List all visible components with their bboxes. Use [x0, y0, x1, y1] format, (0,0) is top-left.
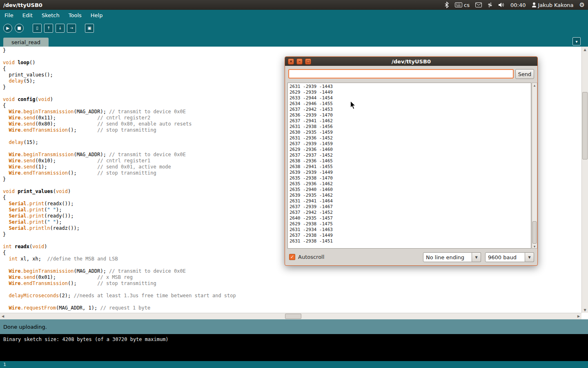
- code-line: {: [3, 66, 236, 72]
- menu-sketch[interactable]: Sketch: [37, 11, 64, 20]
- serial-line: 2635 -2936 -1462: [290, 181, 529, 187]
- user-icon: [532, 2, 537, 8]
- line-ending-dropdown-button[interactable]: ▼: [472, 252, 481, 262]
- code-line: Wire.beginTransmission(MAG_ADDR); // tra…: [3, 152, 236, 158]
- serial-output[interactable]: 2631 -2939 -14432629 -2939 -14492633 -29…: [287, 83, 531, 249]
- code-line: [3, 262, 236, 268]
- serial-line: 2640 -2935 -1457: [290, 215, 529, 221]
- code-line: void loop(): [3, 60, 236, 66]
- code-line: {: [3, 103, 236, 109]
- code-line: [3, 54, 236, 60]
- maximize-button[interactable]: □: [305, 58, 311, 65]
- code-line: Wire.endTransmission(); // stop transmit…: [3, 280, 236, 287]
- horizontal-scrollbar-thumb[interactable]: [285, 314, 301, 319]
- serial-line: 2635 -2938 -1470: [290, 175, 529, 181]
- baud-rate-select[interactable]: 9600 baud: [485, 252, 525, 262]
- mail-icon[interactable]: [475, 2, 482, 7]
- verify-button[interactable]: ▶: [3, 24, 12, 33]
- menu-help[interactable]: Help: [86, 11, 107, 20]
- code-line: [3, 133, 236, 139]
- code-line: Wire.beginTransmission(MAG_ADDR); // tra…: [3, 268, 236, 274]
- user-name: Jakub Kakona: [538, 2, 574, 8]
- serial-line: 2639 -2939 -1449: [290, 170, 529, 175]
- serial-line: 2637 -2938 -1449: [290, 233, 529, 238]
- serial-send-input[interactable]: [288, 69, 514, 79]
- editor-horizontal-scrollbar[interactable]: ◀ ▶: [0, 313, 581, 319]
- serial-window-title: /dev/ttyUSB0: [285, 58, 537, 65]
- line-ending-select[interactable]: No line ending: [423, 252, 472, 262]
- code-line: delay(5);: [3, 78, 236, 84]
- code-line: {: [3, 195, 236, 201]
- serial-monitor-icon: ▣: [87, 26, 91, 30]
- code-line: delay(15);: [3, 139, 236, 146]
- serial-line: 2630 -2935 -1459: [290, 130, 529, 135]
- autoscroll-label: Autoscroll: [298, 254, 324, 260]
- status-message: Done uploading.: [3, 324, 47, 330]
- volume-icon[interactable]: [498, 2, 505, 8]
- code-line: [3, 90, 236, 96]
- open-sketch-button[interactable]: ↑: [44, 24, 53, 33]
- close-button[interactable]: ×: [288, 58, 294, 65]
- menu-tools[interactable]: Tools: [64, 11, 86, 20]
- tab-menu-icon: ▾: [575, 39, 577, 44]
- build-console: Binary sketch size: 4208 bytes (of a 307…: [0, 334, 588, 361]
- keyboard-layout-indicator[interactable]: cs: [455, 2, 470, 8]
- serial-line: 2631 -2938 -1451: [290, 238, 529, 244]
- code-line: Wire.send(0x01); // x MSB reg: [3, 274, 236, 280]
- scroll-left-icon[interactable]: ◀: [0, 313, 6, 319]
- session-gear-icon[interactable]: ⚙: [579, 1, 585, 9]
- scroll-down-icon[interactable]: ▼: [582, 307, 588, 313]
- window-title: /dev/ttyUSB0: [3, 2, 42, 8]
- menu-edit[interactable]: Edit: [18, 11, 37, 20]
- baud-rate-dropdown-button[interactable]: ▼: [525, 252, 534, 262]
- tab-serial-read[interactable]: serial_read: [3, 38, 49, 47]
- menu-file[interactable]: File: [0, 11, 18, 20]
- serial-line: 2631 -2934 -1463: [290, 227, 529, 233]
- code-line: print_values();: [3, 72, 236, 78]
- scroll-up-icon[interactable]: ▲: [532, 83, 537, 87]
- bluetooth-icon[interactable]: [444, 2, 449, 8]
- code-line: Serial.print(" ");: [3, 207, 236, 213]
- serial-monitor-button[interactable]: ▣: [85, 24, 94, 33]
- serial-line: 2637 -2942 -1452: [290, 210, 529, 215]
- console-text: Binary sketch size: 4208 bytes (of a 307…: [3, 337, 169, 342]
- code-line: [3, 238, 236, 244]
- tab-menu-button[interactable]: ▾: [572, 37, 581, 45]
- save-sketch-button[interactable]: ↓: [56, 24, 65, 33]
- serial-output-scrollbar[interactable]: ▲ ▼: [532, 83, 537, 249]
- code-line: Wire.endTransmission(); // stop transmit…: [3, 127, 236, 133]
- code-line: [3, 287, 236, 293]
- minimize-button[interactable]: –: [296, 58, 303, 65]
- code-line: Wire.beginTransmission(MAG_ADDR); // tra…: [3, 109, 236, 115]
- user-menu[interactable]: Jakub Kakona: [532, 2, 574, 8]
- stop-button[interactable]: ■: [15, 24, 24, 33]
- serial-window-titlebar[interactable]: /dev/ttyUSB0 × – □: [285, 57, 537, 66]
- scroll-down-icon[interactable]: ▼: [532, 244, 537, 248]
- vertical-scrollbar-thumb[interactable]: [582, 92, 588, 159]
- new-sketch-icon: ▯: [36, 26, 38, 30]
- mouse-cursor: [350, 101, 356, 111]
- network-transfer-icon[interactable]: [488, 2, 492, 8]
- serial-line: 2637 -2939 -1467: [290, 204, 529, 210]
- upload-button[interactable]: →: [67, 24, 76, 33]
- serial-line: 2637 -2937 -1452: [290, 153, 529, 158]
- serial-line: 2631 -2941 -1464: [290, 198, 529, 204]
- minimize-icon: –: [298, 60, 301, 63]
- tabbar: serial_read ▾: [0, 36, 588, 47]
- editor-vertical-scrollbar[interactable]: ▲ ▼: [581, 47, 588, 313]
- scroll-up-icon[interactable]: ▲: [582, 47, 588, 52]
- send-button-label: Send: [518, 71, 532, 77]
- serial-line: 2633 -2944 -1454: [290, 95, 529, 101]
- panel-indicators: cs 00:40 Jakub Kakona ⚙: [444, 1, 585, 9]
- new-sketch-button[interactable]: ▯: [33, 24, 42, 33]
- serial-line: 2631 -2936 -1452: [290, 135, 529, 141]
- code-line: Wire.requestFrom(MAG_ADDR, 1); // reques…: [3, 305, 236, 311]
- clock[interactable]: 00:40: [510, 2, 526, 8]
- scroll-right-icon[interactable]: ▶: [576, 313, 581, 319]
- code-line: Wire.send(0x11); // cntrl register2: [3, 115, 236, 121]
- code-line: Serial.print(ready());: [3, 213, 236, 219]
- serial-scrollbar-thumb[interactable]: [532, 221, 537, 244]
- code-line: [3, 146, 236, 152]
- autoscroll-checkbox[interactable]: ✓: [289, 254, 295, 260]
- send-button[interactable]: Send: [515, 69, 534, 79]
